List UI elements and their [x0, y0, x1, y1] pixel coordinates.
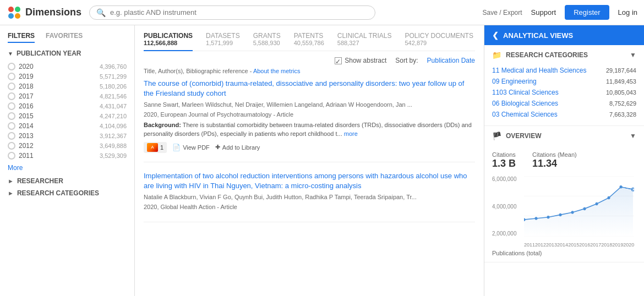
year-filter-list: 2020 4,396,760 2019 5,571,299 2018 5,180… [8, 62, 127, 161]
content-tab-grants[interactable]: GRANTS5,588,930 [253, 32, 281, 46]
content-tab-patents[interactable]: PATENTS40,559,786 [294, 32, 324, 46]
year-filter-left: 2018 [8, 83, 34, 90]
year-filter-label: 2016 [19, 102, 34, 110]
year-filter-left: 2015 [8, 112, 34, 120]
category-link[interactable]: 1103 Clinical Sciences [492, 89, 559, 96]
citations-label: Citations [492, 151, 516, 158]
article-actions: A 1 📄 View PDF ✚ Add to Library [144, 142, 475, 153]
year-filter-circle[interactable] [8, 73, 15, 80]
category-link[interactable]: 09 Engineering [492, 78, 537, 85]
about-metrics-link[interactable]: About the metrics [253, 68, 301, 74]
year-filter-circle[interactable] [8, 112, 15, 120]
year-filter-left: 2012 [8, 142, 34, 150]
article-list: The course of (comorbid) trauma-related,… [144, 79, 475, 222]
year-filter-row: 2013 3,912,367 [8, 131, 127, 141]
tab-count: 542,879 [405, 40, 473, 46]
overview-expand-icon: ▼ [630, 132, 636, 140]
svg-point-10 [547, 216, 550, 219]
altmetric-score: 1 [160, 144, 163, 151]
analytical-views-header[interactable]: ❮ ANALYTICAL VIEWS [484, 25, 644, 45]
year-filter-left: 2019 [8, 73, 34, 80]
research-categories-header[interactable]: 📁 RESEARCH CATEGORIES ▼ [484, 45, 644, 65]
year-filter-row: 2014 4,104,096 [8, 121, 127, 131]
research-categories-section: 📁 RESEARCH CATEGORIES ▼ 11 Medical and H… [484, 45, 644, 126]
tab-count: 5,588,930 [253, 40, 281, 46]
support-link[interactable]: Support [531, 8, 556, 17]
svg-point-11 [559, 213, 562, 217]
category-list: 11 Medical and Health Sciences 29,187,64… [484, 65, 644, 125]
chart-x-labels: 2011 2012 2013 2014 2015 2016 2017 2018 … [524, 242, 634, 248]
article-title[interactable]: Implementation of two alcohol reduction … [144, 171, 475, 191]
center-content: PUBLICATIONS112,566,888DATASETS1,571,999… [135, 25, 484, 296]
year-filter-count: 5,180,206 [100, 83, 127, 90]
overview-header[interactable]: 🏴 OVERVIEW ▼ [484, 126, 644, 146]
sort-select[interactable]: Publication Date [427, 57, 475, 64]
content-tab-policy[interactable]: POLICY DOCUMENTS542,879 [405, 32, 473, 46]
research-categories-filter-header[interactable]: ► RESEARCH CATEGORIES [8, 189, 127, 197]
year-filter-count: 4,247,210 [100, 113, 127, 119]
category-item: 03 Chemical Sciences 7,663,328 [492, 109, 636, 120]
show-abstract-toggle[interactable]: ✓ Show abstract [335, 57, 386, 64]
flag-icon: 🏴 [492, 131, 501, 140]
article-title[interactable]: The course of (comorbid) trauma-related,… [144, 79, 475, 98]
year-filter-count: 3,529,309 [100, 152, 127, 159]
main-layout: FILTERS FAVORITES ▼ PUBLICATION YEAR 202… [0, 25, 644, 296]
search-bar[interactable]: 🔍 [89, 6, 375, 20]
altmetric-badge[interactable]: A 1 [144, 142, 167, 153]
svg-point-13 [583, 207, 586, 211]
year-filter-circle[interactable] [8, 92, 15, 100]
logo-icon [7, 5, 22, 20]
category-link[interactable]: 06 Biological Sciences [492, 100, 558, 107]
publications-label: Publications (total) [492, 250, 636, 256]
chart-x-2018: 2018 [601, 242, 612, 248]
pub-year-filter-header[interactable]: ▼ PUBLICATION YEAR [8, 50, 127, 57]
svg-point-15 [608, 196, 610, 200]
view-pdf-link[interactable]: 📄 View PDF [172, 144, 210, 151]
article-authors: Natalie A Blackburn, Vivian F Go, Quynh … [144, 193, 475, 201]
year-filter-count: 4,396,760 [100, 63, 127, 70]
login-link[interactable]: Log in [618, 8, 637, 17]
show-abstract-checkbox[interactable]: ✓ [335, 57, 342, 64]
citations-mean-value: 11.34 [532, 158, 577, 169]
tab-label: PATENTS [294, 32, 324, 40]
left-sidebar: FILTERS FAVORITES ▼ PUBLICATION YEAR 202… [0, 25, 135, 296]
year-filter-circle[interactable] [8, 122, 15, 130]
year-filter-label: 2014 [19, 122, 34, 130]
category-count: 11,849,453 [606, 78, 636, 85]
chart-x-2012: 2012 [535, 242, 546, 248]
article-more-link[interactable]: more [344, 130, 358, 137]
year-filter-circle[interactable] [8, 63, 15, 70]
year-filter-row: 2017 4,821,546 [8, 91, 127, 101]
researcher-filter-header[interactable]: ► RESEARCHER [8, 177, 127, 185]
year-filter-circle[interactable] [8, 142, 15, 150]
tab-filters[interactable]: FILTERS [8, 32, 35, 43]
right-panel: ❮ ANALYTICAL VIEWS 📁 RESEARCH CATEGORIES… [484, 25, 644, 296]
chart-y-2m: 2,000,000 [492, 231, 522, 237]
year-filter-circle[interactable] [8, 83, 15, 90]
content-tab-publications[interactable]: PUBLICATIONS112,566,888 [144, 32, 193, 51]
chart-x-2016: 2016 [579, 242, 590, 248]
register-button[interactable]: Register [565, 5, 609, 20]
search-input[interactable] [110, 8, 368, 17]
year-filter-circle[interactable] [8, 132, 15, 140]
overview-block: Citations 1.3 B Citations (Mean) 11.34 6… [484, 146, 644, 262]
tab-favorites[interactable]: FAVORITES [46, 32, 83, 43]
logo[interactable]: Dimensions [7, 5, 84, 20]
research-categories-header-left: 📁 RESEARCH CATEGORIES [492, 51, 588, 59]
add-library-icon: ✚ [215, 144, 220, 151]
year-filter-circle[interactable] [8, 102, 15, 110]
category-link[interactable]: 03 Chemical Sciences [492, 111, 558, 118]
content-tab-datasets[interactable]: DATASETS1,571,999 [206, 32, 240, 46]
save-export-link[interactable]: Save / Export [483, 9, 522, 17]
add-to-library-link[interactable]: ✚ Add to Library [215, 144, 260, 151]
meta-line-text: Title, Author(s), Bibliographic referenc… [144, 68, 252, 74]
content-tab-clinical_trials[interactable]: CLINICAL TRIALS588,327 [337, 32, 392, 46]
year-filter-circle[interactable] [8, 152, 15, 160]
more-link[interactable]: More [8, 164, 127, 172]
article-card: Implementation of two alcohol reduction … [144, 171, 475, 222]
overview-section: 🏴 OVERVIEW ▼ Citations 1.3 B Citations (… [484, 126, 644, 262]
analytical-views-label: ANALYTICAL VIEWS [503, 31, 573, 40]
overview-header-left: 🏴 OVERVIEW [492, 131, 541, 140]
overview-stats: Citations 1.3 B Citations (Mean) 11.34 [492, 151, 636, 169]
category-link[interactable]: 11 Medical and Health Sciences [492, 67, 586, 74]
